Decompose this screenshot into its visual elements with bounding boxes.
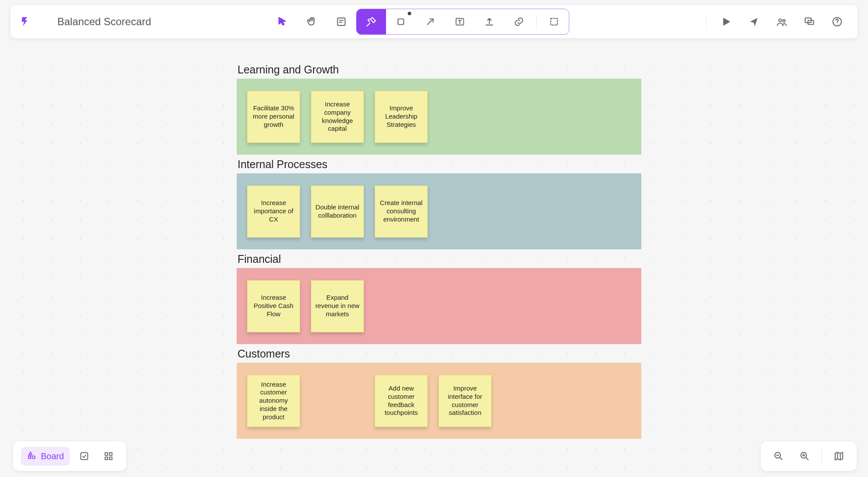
- document-title[interactable]: Balanced Scorecard: [57, 16, 151, 28]
- link-tool[interactable]: [504, 9, 534, 34]
- board-view-label: Board: [41, 451, 64, 461]
- section-title-financial[interactable]: Financial: [238, 253, 641, 265]
- board-view-button[interactable]: Board: [21, 447, 70, 466]
- sticky-note[interactable]: Double internal colllaboration: [311, 186, 364, 238]
- svg-rect-10: [29, 456, 31, 458]
- comments-button[interactable]: [797, 9, 822, 34]
- arrow-tool[interactable]: [416, 9, 445, 34]
- zoom-in-button[interactable]: [793, 446, 816, 466]
- collaborators-button[interactable]: [769, 9, 794, 34]
- top-toolbar: Balanced Scorecard: [10, 5, 858, 38]
- note-tool[interactable]: [327, 9, 356, 34]
- zoom-divider: [822, 449, 822, 463]
- right-toolbar: [702, 9, 850, 34]
- pointer-tool[interactable]: [267, 9, 297, 34]
- present-button[interactable]: [713, 9, 739, 34]
- text-frame-tool[interactable]: [445, 9, 475, 34]
- scorecard-board: Learning and Growth Facilitate 30% more …: [237, 63, 641, 442]
- grid-apps-button[interactable]: [99, 446, 119, 466]
- section-title-internal[interactable]: Internal Processes: [238, 158, 641, 171]
- bottom-left-bar: Board: [13, 441, 126, 471]
- sticky-note[interactable]: Improve Leadership Strategies: [375, 91, 428, 143]
- sticky-note[interactable]: Increase customer autonomy inside the pr…: [247, 375, 300, 427]
- swimlane-financial[interactable]: Increase Positive Cash Flow Expand reven…: [237, 268, 641, 344]
- toolbar-divider: [706, 14, 706, 30]
- share-button[interactable]: [741, 9, 766, 34]
- sticky-note[interactable]: Increase Positive Cash Flow: [247, 280, 300, 332]
- shapes-icon: [27, 450, 36, 462]
- sticky-note[interactable]: Create internal consulting environment: [375, 186, 428, 238]
- svg-rect-11: [81, 453, 88, 460]
- minimap-button[interactable]: [827, 446, 851, 466]
- hand-tool[interactable]: [297, 9, 327, 34]
- sticky-note[interactable]: Increase company knowledge capital: [311, 91, 364, 143]
- sticky-note[interactable]: Increase importance of CX: [247, 186, 300, 238]
- upload-tool[interactable]: [475, 9, 504, 34]
- svg-point-4: [779, 19, 782, 22]
- svg-point-5: [783, 20, 785, 22]
- section-title-learning[interactable]: Learning and Growth: [238, 63, 641, 76]
- sticky-note[interactable]: Add new customer feedback touchpoints: [375, 375, 428, 427]
- svg-rect-12: [105, 453, 108, 455]
- tools-button[interactable]: [356, 9, 386, 34]
- app-logo-icon[interactable]: [18, 15, 31, 28]
- swimlane-learning[interactable]: Facilitate 30% more personal growth Incr…: [237, 79, 641, 155]
- svg-rect-3: [551, 18, 557, 25]
- bottom-right-bar: [761, 441, 857, 471]
- zoom-out-button[interactable]: [767, 446, 790, 466]
- sticky-note[interactable]: Expand revenue in new markets: [311, 280, 364, 332]
- tool-pill: [356, 9, 569, 35]
- swimlane-internal[interactable]: Increase importance of CX Double interna…: [237, 173, 641, 249]
- svg-rect-15: [109, 457, 112, 460]
- sticky-note[interactable]: Improve interface for customer satisfact…: [439, 375, 492, 427]
- center-toolbar: [267, 9, 569, 35]
- svg-rect-1: [398, 19, 404, 25]
- swimlane-customers[interactable]: Increase customer autonomy inside the pr…: [237, 363, 641, 439]
- sticky-note[interactable]: Facilitate 30% more personal growth: [247, 91, 300, 143]
- section-title-customers[interactable]: Customers: [238, 348, 641, 360]
- help-button[interactable]: [825, 9, 850, 34]
- checkbox-button[interactable]: [74, 446, 94, 466]
- shape-tool[interactable]: [386, 9, 416, 34]
- svg-rect-13: [109, 453, 112, 455]
- marquee-tool[interactable]: [539, 9, 569, 34]
- toolbar-divider: [536, 14, 537, 30]
- svg-point-9: [32, 456, 35, 458]
- svg-rect-14: [105, 457, 108, 460]
